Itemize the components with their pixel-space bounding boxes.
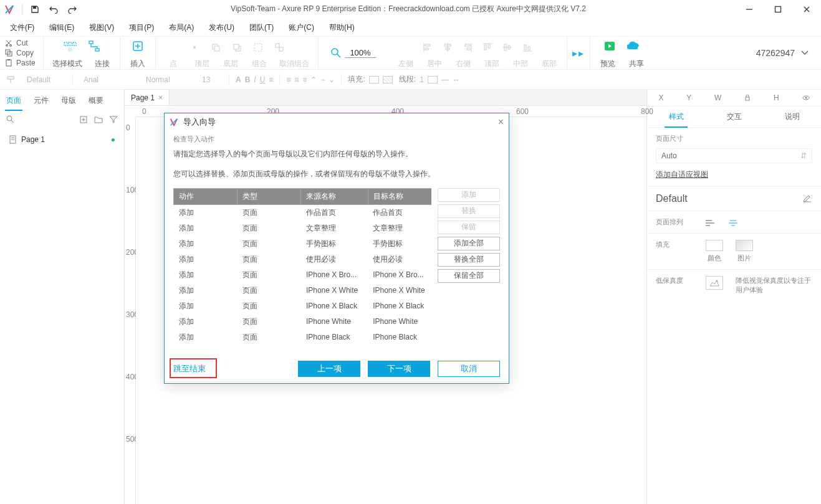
svg-rect-13 xyxy=(89,41,93,44)
menu-view[interactable]: 视图(V) xyxy=(85,21,118,34)
svg-rect-37 xyxy=(488,45,490,48)
align-right-text-icon[interactable]: ≡ xyxy=(302,75,307,84)
svg-rect-36 xyxy=(484,45,486,50)
stroke-width[interactable]: 1 xyxy=(420,75,424,84)
menu-account[interactable]: 账户(C) xyxy=(285,21,318,34)
align-left-text-icon[interactable]: ≡ xyxy=(286,75,290,84)
window-title: VipSoft-Team - Axure RP 9 Enterprise Edi… xyxy=(82,4,735,14)
bullets-icon[interactable]: ≡ xyxy=(269,75,273,84)
menu-publish[interactable]: 发布(U) xyxy=(205,21,238,34)
titlebar: VipSoft-Team - Axure RP 9 Enterprise Edi… xyxy=(0,0,821,19)
svg-rect-22 xyxy=(276,44,279,47)
app-logo-icon xyxy=(0,0,19,19)
maximize-button[interactable] xyxy=(764,0,792,19)
text-color-icon[interactable]: A xyxy=(236,75,241,84)
menu-project[interactable]: 项目(P) xyxy=(125,21,158,34)
close-button[interactable] xyxy=(792,0,821,19)
clipboard-panel: Cut Copy Paste xyxy=(0,37,44,69)
menu-edit[interactable]: 编辑(E) xyxy=(46,21,78,34)
svg-point-3 xyxy=(6,45,8,47)
svg-rect-28 xyxy=(425,48,428,50)
svg-rect-43 xyxy=(528,47,530,50)
fill-image-swatch[interactable] xyxy=(383,76,393,83)
arrow-icon[interactable]: ↔ xyxy=(453,75,460,84)
menu-arrange[interactable]: 布局(A) xyxy=(165,21,198,34)
format-bar: Default Arial Normal 13 A B I U ≡ ≡ ≡ ≡ … xyxy=(0,70,821,90)
align-center-text-icon[interactable]: ≡ xyxy=(294,75,299,84)
zoom-input[interactable] xyxy=(345,48,376,58)
document-tab[interactable]: Page 1 × xyxy=(124,89,170,90)
save-icon[interactable] xyxy=(26,0,44,19)
preview-icon[interactable] xyxy=(603,40,616,54)
svg-rect-8 xyxy=(7,59,10,60)
align-right-icon xyxy=(463,43,472,52)
minimize-button[interactable] xyxy=(735,0,764,19)
chevron-down-icon xyxy=(801,50,809,55)
more-tools[interactable]: ▸▸ xyxy=(567,37,590,69)
svg-rect-9 xyxy=(64,42,67,45)
publish-group: 预览共享 xyxy=(590,37,654,69)
fill-swatch[interactable] xyxy=(369,76,379,83)
front-icon xyxy=(211,42,221,52)
group-icon xyxy=(253,42,263,52)
paste-button[interactable]: Paste xyxy=(5,59,43,67)
arrange-group: 点顶层底层组合取消组合 xyxy=(156,37,319,69)
svg-rect-14 xyxy=(95,49,99,51)
copy-button[interactable]: Copy xyxy=(5,49,43,57)
select-mode-icon[interactable] xyxy=(64,40,77,54)
paint-icon[interactable] xyxy=(6,75,16,84)
underline-icon[interactable]: U xyxy=(260,75,266,84)
menubar: 文件(F) 编辑(E) 视图(V) 项目(P) 布局(A) 发布(U) 团队(T… xyxy=(0,19,821,36)
fill-label: 填充: xyxy=(348,74,365,85)
svg-rect-21 xyxy=(254,44,262,51)
bold-icon[interactable]: B xyxy=(245,75,251,84)
insert-group: 插入 xyxy=(120,37,156,69)
svg-rect-33 xyxy=(465,44,470,46)
svg-rect-7 xyxy=(6,60,11,66)
share-icon[interactable] xyxy=(627,41,641,53)
svg-point-4 xyxy=(10,45,12,47)
valign-mid-icon[interactable]: − xyxy=(320,75,325,84)
zoom-icon xyxy=(331,48,341,58)
align-left-icon xyxy=(423,43,432,52)
account-area[interactable]: 47262947 xyxy=(744,37,821,69)
ungroup-icon xyxy=(274,42,284,52)
svg-rect-12 xyxy=(69,48,72,51)
zoom-group xyxy=(319,37,388,69)
svg-rect-11 xyxy=(73,42,76,45)
point-icon xyxy=(190,42,199,52)
svg-rect-42 xyxy=(524,45,526,50)
align-middle-icon xyxy=(503,43,512,52)
svg-rect-27 xyxy=(425,44,430,46)
connect-icon[interactable] xyxy=(89,40,100,54)
svg-rect-20 xyxy=(234,44,239,49)
svg-line-25 xyxy=(337,54,340,57)
italic-icon[interactable]: I xyxy=(254,75,256,84)
menu-file[interactable]: 文件(F) xyxy=(6,21,38,34)
main-toolbar: Cut Copy Paste 选择模式连接 插入 点顶层底层组合取消组合 xyxy=(0,36,821,70)
svg-point-16 xyxy=(193,46,196,49)
font-select[interactable]: Arial xyxy=(79,74,135,86)
stroke-label: 线段: xyxy=(399,74,416,85)
font-size-select[interactable]: 13 xyxy=(198,74,223,86)
redo-icon[interactable] xyxy=(63,0,82,19)
cut-button[interactable]: Cut xyxy=(5,39,43,47)
svg-rect-0 xyxy=(33,6,36,9)
svg-rect-34 xyxy=(467,48,470,50)
align-group: 左侧居中右侧顶部中部底部 xyxy=(388,37,567,69)
align-top-icon xyxy=(483,43,492,52)
align-center-icon xyxy=(443,43,452,52)
stroke-swatch[interactable] xyxy=(428,76,438,83)
svg-rect-23 xyxy=(279,47,283,51)
font-weight-select[interactable]: Normal xyxy=(142,74,191,86)
svg-rect-10 xyxy=(69,42,72,45)
valign-top-icon[interactable]: ⌃ xyxy=(310,75,317,84)
valign-bot-icon[interactable]: ⌄ xyxy=(329,75,335,84)
insert-icon[interactable] xyxy=(132,40,143,54)
style-select[interactable]: Default xyxy=(22,74,66,86)
menu-team[interactable]: 团队(T) xyxy=(246,21,277,34)
stroke-style-icon[interactable]: — xyxy=(441,75,449,84)
undo-icon[interactable] xyxy=(44,0,63,19)
select-connect-group: 选择模式连接 xyxy=(44,37,120,69)
menu-help[interactable]: 帮助(H) xyxy=(325,21,358,34)
